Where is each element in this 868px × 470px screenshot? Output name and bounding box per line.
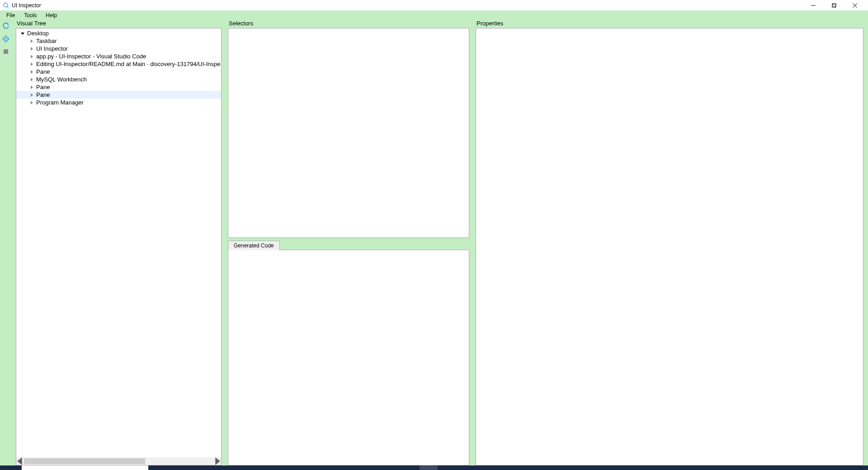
app-icon bbox=[3, 2, 9, 9]
selectors-title: Selectors bbox=[228, 20, 469, 28]
svg-marker-20 bbox=[31, 70, 33, 74]
svg-marker-22 bbox=[31, 85, 33, 89]
svg-line-1 bbox=[7, 6, 9, 8]
minimize-button[interactable] bbox=[803, 0, 824, 10]
chevron-down-icon[interactable] bbox=[20, 31, 25, 36]
tree-item-label: Pane bbox=[36, 91, 50, 98]
stop-button[interactable] bbox=[1, 47, 11, 57]
tree-item[interactable]: Pane bbox=[16, 83, 221, 91]
tree-item-root[interactable]: Desktop bbox=[16, 29, 221, 37]
tree-item[interactable]: app.py - UI-Inspector - Visual Studio Co… bbox=[16, 52, 221, 60]
tree-item-label: app.py - UI-Inspector - Visual Studio Co… bbox=[36, 53, 146, 60]
generated-code-tab[interactable]: Generated Code bbox=[228, 241, 280, 250]
visual-tree-title: Visual Tree bbox=[16, 20, 222, 28]
tree-item-label: MySQL Workbench bbox=[36, 76, 87, 83]
chevron-right-icon[interactable] bbox=[29, 62, 34, 67]
chevron-right-icon[interactable] bbox=[29, 92, 34, 98]
taskbar-active-app[interactable] bbox=[420, 465, 438, 470]
toolstrip bbox=[0, 20, 11, 470]
tree-item-label: UI Inspector bbox=[36, 45, 68, 52]
visual-tree-box: DesktopTaskbarUI Inspectorapp.py - UI-In… bbox=[16, 28, 222, 465]
svg-rect-4 bbox=[833, 3, 836, 7]
svg-marker-23 bbox=[31, 93, 33, 97]
svg-marker-7 bbox=[7, 23, 9, 25]
scroll-thumb[interactable] bbox=[24, 458, 145, 464]
menu-tools[interactable]: Tools bbox=[19, 11, 41, 19]
chevron-right-icon[interactable] bbox=[29, 46, 34, 52]
scroll-left-icon[interactable] bbox=[16, 457, 24, 465]
svg-marker-24 bbox=[31, 101, 33, 104]
tree[interactable]: DesktopTaskbarUI Inspectorapp.py - UI-In… bbox=[16, 28, 221, 106]
tree-item-label: Pane bbox=[36, 68, 50, 75]
selectors-box[interactable] bbox=[228, 28, 469, 238]
titlebar: UI Inspector bbox=[0, 0, 868, 10]
chevron-right-icon[interactable] bbox=[29, 100, 34, 105]
refresh-button[interactable] bbox=[1, 21, 11, 31]
taskbar-search[interactable] bbox=[22, 465, 148, 470]
tree-item[interactable]: Taskbar bbox=[16, 37, 221, 45]
panels: Visual Tree DesktopTaskbarUI Inspectorap… bbox=[11, 20, 868, 470]
maximize-button[interactable] bbox=[824, 0, 844, 10]
tree-item-label: Desktop bbox=[27, 30, 49, 37]
svg-marker-18 bbox=[31, 55, 33, 58]
menu-file[interactable]: File bbox=[2, 11, 19, 19]
tree-item-label: Pane bbox=[36, 84, 50, 90]
svg-marker-19 bbox=[31, 62, 33, 66]
tree-item-label: Editing UI-Inspector/README.md at Main ·… bbox=[36, 61, 221, 67]
svg-rect-14 bbox=[4, 49, 8, 54]
svg-marker-17 bbox=[31, 47, 33, 51]
tree-item[interactable]: Program Manager bbox=[16, 99, 221, 106]
visual-tree-panel: Visual Tree DesktopTaskbarUI Inspectorap… bbox=[16, 20, 222, 465]
tree-item[interactable]: Pane bbox=[16, 91, 221, 99]
target-button[interactable] bbox=[1, 34, 11, 44]
svg-marker-26 bbox=[215, 457, 220, 465]
tree-item[interactable]: MySQL Workbench bbox=[16, 76, 221, 83]
chevron-right-icon[interactable] bbox=[29, 54, 34, 59]
close-button[interactable] bbox=[844, 0, 865, 10]
svg-marker-21 bbox=[31, 78, 33, 81]
chevron-right-icon[interactable] bbox=[29, 38, 34, 44]
tree-item-label: Taskbar bbox=[36, 38, 57, 44]
scroll-right-icon[interactable] bbox=[213, 457, 221, 465]
properties-box[interactable] bbox=[476, 28, 863, 465]
chevron-right-icon[interactable] bbox=[29, 69, 34, 75]
tree-item[interactable]: UI Inspector bbox=[16, 45, 221, 52]
window-controls bbox=[803, 0, 865, 10]
body-area: Visual Tree DesktopTaskbarUI Inspectorap… bbox=[0, 20, 868, 470]
window-title: UI Inspector bbox=[12, 2, 41, 9]
menu-help[interactable]: Help bbox=[41, 11, 61, 19]
scroll-track[interactable] bbox=[24, 457, 213, 465]
chevron-right-icon[interactable] bbox=[29, 77, 34, 82]
svg-marker-16 bbox=[31, 39, 33, 43]
menubar: File Tools Help bbox=[0, 10, 868, 20]
selectors-panel: Selectors Generated Code bbox=[228, 20, 469, 465]
svg-rect-3 bbox=[832, 4, 835, 8]
chevron-right-icon[interactable] bbox=[29, 85, 34, 90]
svg-marker-25 bbox=[17, 457, 22, 465]
generated-code-box[interactable] bbox=[228, 250, 469, 465]
svg-point-0 bbox=[4, 3, 8, 7]
properties-title: Properties bbox=[476, 20, 863, 28]
tree-item-label: Program Manager bbox=[36, 99, 84, 106]
tree-hscrollbar[interactable] bbox=[16, 457, 221, 465]
os-taskbar[interactable] bbox=[0, 465, 868, 470]
svg-marker-15 bbox=[21, 33, 24, 35]
tree-item[interactable]: Pane bbox=[16, 68, 221, 76]
tree-item[interactable]: Editing UI-Inspector/README.md at Main ·… bbox=[16, 60, 221, 68]
properties-panel: Properties bbox=[476, 20, 863, 465]
svg-point-9 bbox=[5, 38, 6, 40]
generated-code-wrap: Generated Code bbox=[228, 241, 469, 465]
